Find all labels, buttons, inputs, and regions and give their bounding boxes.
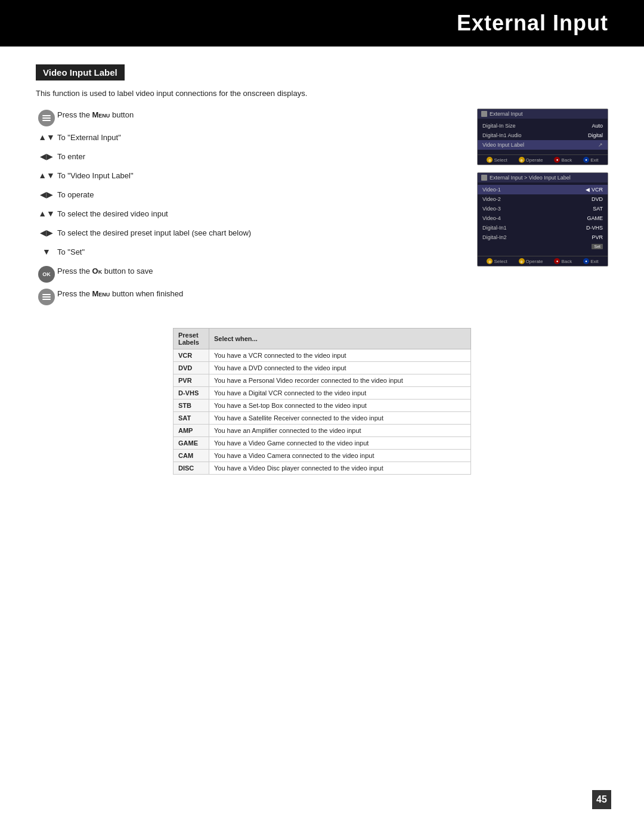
screenshot-row-video1: Video-1 ◀ VCR — [478, 185, 608, 194]
screenshot-arrow-1: ↗ — [598, 142, 603, 148]
preset-table-body: VCRYou have a VCR connected to the video… — [174, 349, 471, 475]
updown-arrow-icon-3: ▲▼ — [36, 208, 57, 218]
footer-label-2-exit: Exit — [590, 259, 598, 264]
table-row: D-VHSYou have a Digital VCR connected to… — [174, 387, 471, 400]
screenshot-label-digital1: Digital-In1 — [482, 225, 507, 231]
screenshot-value-video3: SAT — [593, 206, 603, 212]
table-row: STBYou have a Set-top Box connected to t… — [174, 400, 471, 412]
screenshot-label-video3: Video-3 — [482, 206, 501, 212]
preset-label-cell: D-VHS — [174, 387, 209, 400]
screenshots-column: External Input Digital-In Size Auto Digi… — [477, 109, 608, 310]
screenshot-label-2: Digital-In1 Audio — [482, 132, 522, 138]
screenshot-footer-2-operate: ⊕ Operate — [519, 258, 543, 264]
preset-label-cell: DVD — [174, 362, 209, 374]
screenshot-label-video2: Video-2 — [482, 196, 501, 202]
instruction-row-10: Press the Menu button when finished — [36, 287, 465, 305]
intro-text: This function is used to label video inp… — [36, 89, 608, 98]
screenshot-footer-2-back: ● Back — [554, 258, 572, 264]
preset-description-cell: You have a Personal Video recorder conne… — [209, 374, 471, 387]
preset-label-cell: AMP — [174, 425, 209, 437]
instruction-row-2: ▲▼ To "External Input" — [36, 131, 465, 145]
instruction-row-9: OK Press the Ok button to save — [36, 265, 465, 283]
footer-btn-2-back: ● — [554, 258, 560, 264]
preset-description-cell: You have a DVD connected to the video in… — [209, 362, 471, 374]
instruction-text-5: To operate — [57, 188, 465, 200]
screenshot-row-2: Digital-In1 Audio Digital — [478, 131, 608, 140]
instruction-row-6: ▲▼ To select the desired video input — [36, 208, 465, 222]
screenshot-label-1: Digital-In Size — [482, 123, 516, 129]
instruction-row-1: Press the Menu button — [36, 109, 465, 126]
screenshot-row-digital2: Digital-In2 PVR — [478, 233, 608, 242]
preset-description-cell: You have a Satellite Receiver connected … — [209, 412, 471, 425]
updown-arrow-icon-2: ▲▼ — [36, 169, 57, 180]
page-header: External Input — [0, 0, 644, 47]
leftright-arrow-icon-3: ◀▶ — [36, 227, 57, 237]
screenshot-label-video1: Video-1 — [482, 187, 501, 193]
table-row: DVDYou have a DVD connected to the video… — [174, 362, 471, 374]
screenshot-body-1: Digital-In Size Auto Digital-In1 Audio D… — [478, 119, 608, 152]
screenshot-value-digital1: D-VHS — [586, 225, 603, 231]
footer-btn-2-operate: ⊕ — [519, 258, 525, 264]
screenshot-footer-2: ⊕ Select ⊕ Operate ● Back ● Exit — [478, 256, 608, 266]
screenshot-footer-exit: ● Exit — [583, 157, 598, 163]
table-row: VCRYou have a VCR connected to the video… — [174, 349, 471, 362]
table-row: GAMEYou have a Video Game connected to t… — [174, 437, 471, 450]
table-row: AMPYou have an Amplifier connected to th… — [174, 425, 471, 437]
preset-description-cell: You have a Video Disc player connected t… — [209, 462, 471, 475]
screenshot-value-video4: GAME — [587, 215, 603, 221]
screenshot-value-2: Digital — [588, 132, 603, 138]
table-row: DISCYou have a Video Disc player connect… — [174, 462, 471, 475]
preset-label-cell: PVR — [174, 374, 209, 387]
preset-label-cell: VCR — [174, 349, 209, 362]
footer-label-exit: Exit — [590, 157, 598, 163]
screenshot-footer-operate: ⊕ Operate — [519, 157, 543, 163]
preset-table: PresetLabels Select when... VCRYou have … — [173, 328, 471, 475]
footer-label-2-select: Select — [494, 259, 507, 264]
instruction-text-2: To "External Input" — [57, 131, 465, 143]
screenshot-footer-2-select: ⊕ Select — [487, 258, 507, 264]
page-title: External Input — [0, 11, 608, 36]
screenshot-set-button: Set — [592, 244, 603, 249]
preset-description-cell: You have a VCR connected to the video in… — [209, 349, 471, 362]
ok-icon-1: OK — [36, 265, 57, 283]
screenshot-footer-2-exit: ● Exit — [583, 258, 598, 264]
screenshot-title-bar-1: External Input — [478, 109, 608, 119]
instruction-row-8: ▼ To "Set" — [36, 246, 465, 260]
preset-label-cell: SAT — [174, 412, 209, 425]
preset-label-cell: STB — [174, 400, 209, 412]
screenshot-row-set: Set — [478, 242, 608, 251]
footer-btn-back: ● — [554, 157, 560, 163]
instruction-text-8: To "Set" — [57, 246, 465, 258]
footer-label-2-back: Back — [561, 259, 572, 264]
preset-label-cell: GAME — [174, 437, 209, 450]
instruction-row-4: ▲▼ To "Video Input Label" — [36, 169, 465, 184]
preset-table-container: PresetLabels Select when... VCRYou have … — [173, 328, 471, 475]
preset-label-cell: CAM — [174, 450, 209, 462]
screenshot-label-video4: Video-4 — [482, 215, 501, 221]
screenshot-title-icon-1 — [481, 111, 487, 117]
screenshot-body-2: Video-1 ◀ VCR Video-2 DVD Video-3 SAT Vi… — [478, 182, 608, 253]
screenshot-title-text-2: External Input > Video Input Label — [490, 175, 571, 181]
instruction-text-4: To "Video Input Label" — [57, 169, 465, 181]
footer-btn-2-select: ⊕ — [487, 258, 493, 264]
preset-description-cell: You have a Digital VCR connected to the … — [209, 387, 471, 400]
instruction-text-3: To enter — [57, 150, 465, 162]
screenshot-footer-select: ⊕ Select — [487, 157, 507, 163]
instruction-text-1: Press the Menu button — [57, 109, 465, 120]
screenshot-label-3: Video Input Label — [482, 142, 524, 148]
footer-btn-operate: ⊕ — [519, 157, 525, 163]
screenshot-title-text-1: External Input — [490, 111, 523, 117]
table-header-row: PresetLabels Select when... — [174, 329, 471, 349]
col-header-preset: PresetLabels — [174, 329, 209, 349]
preset-description-cell: You have a Video Camera connected to the… — [209, 450, 471, 462]
footer-btn-exit: ● — [583, 157, 589, 163]
table-row: SATYou have a Satellite Receiver connect… — [174, 412, 471, 425]
screenshot-value-video2: DVD — [592, 196, 603, 202]
footer-label-back: Back — [561, 157, 572, 163]
footer-btn-select: ⊕ — [487, 157, 493, 163]
footer-label-operate: Operate — [526, 157, 543, 163]
preset-description-cell: You have a Video Game connected to the v… — [209, 437, 471, 450]
leftright-arrow-icon-2: ◀▶ — [36, 188, 57, 199]
instruction-row-7: ◀▶ To select the desired preset input la… — [36, 227, 465, 241]
screenshot-row-3: Video Input Label ↗ — [478, 140, 608, 150]
